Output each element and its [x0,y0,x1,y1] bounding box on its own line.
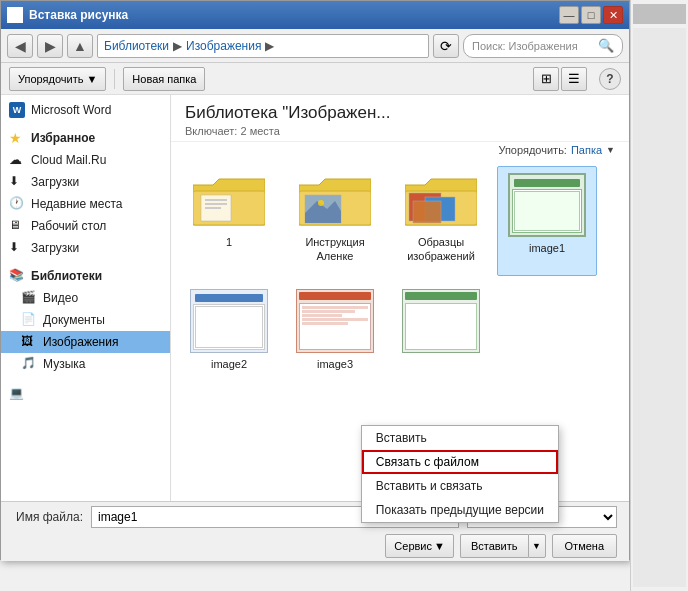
file-item-image1[interactable]: image1 [497,166,597,276]
file-item-folder1[interactable]: 1 [179,166,279,276]
up-button[interactable]: ▲ [67,34,93,58]
search-bar[interactable]: Поиск: Изображения 🔍 [463,34,623,58]
music-icon: 🎵 [21,356,37,372]
insert-split-button[interactable]: Вставить ▼ [460,534,546,558]
library-includes-label: Включает: 2 места [185,125,280,137]
insert-arrow-button[interactable]: ▼ [528,534,546,558]
view-list-button[interactable]: ☰ [561,67,587,91]
service-label: Сервис [394,540,432,552]
minimize-button[interactable]: — [559,6,579,24]
sidebar-downloads2-label: Загрузки [31,241,79,255]
arrange-label: Упорядочить: [498,144,567,156]
sidebar-item-favorites: ★ Избранное [1,127,170,149]
libraries-icon: 📚 [9,268,25,284]
sidebar-recent-label: Недавние места [31,197,122,211]
arrange-bar: Упорядочить: Папка ▼ [171,142,629,158]
images-icon: 🖼 [21,334,37,350]
svg-rect-5 [205,207,221,209]
breadcrumb-bar[interactable]: Библиотеки ▶ Изображения ▶ [97,34,429,58]
library-header: Библиотека "Изображен... Включает: 2 мес… [171,95,629,142]
forward-button[interactable]: ▶ [37,34,63,58]
dropdown-item-link[interactable]: Связать с файлом [362,450,558,474]
view-icon-button[interactable]: ⊞ [533,67,559,91]
file-name-folder2: Инструкция Аленке [290,235,380,264]
toolbar: Упорядочить ▼ Новая папка ⊞ ☰ ? [1,63,629,95]
sidebar-docs-label: Документы [43,313,105,327]
svg-rect-4 [205,203,227,205]
cancel-button[interactable]: Отмена [552,534,617,558]
sidebar-favorites-label: Избранное [31,131,95,145]
file-item-image2[interactable]: image2 [179,282,279,392]
video-icon: 🎬 [21,290,37,306]
sidebar-item-desktop[interactable]: 🖥 Рабочий стол [1,215,170,237]
service-button[interactable]: Сервис ▼ [385,534,454,558]
download-icon-1: ⬇ [9,174,25,190]
sidebar-item-extra[interactable]: 💻 [1,383,170,405]
sidebar-item-video[interactable]: 🎬 Видео [1,287,170,309]
sidebar-video-label: Видео [43,291,78,305]
breadcrumb-images[interactable]: Изображения [186,39,261,53]
sidebar-music-label: Музыка [43,357,85,371]
dropdown-item-insert-link[interactable]: Вставить и связать [362,474,558,498]
sidebar-item-recent[interactable]: 🕐 Недавние места [1,193,170,215]
sidebar-item-downloads1[interactable]: ⬇ Загрузки [1,171,170,193]
toolbar-separator [114,69,115,89]
new-folder-button[interactable]: Новая папка [123,67,205,91]
sidebar-item-cloud[interactable]: ☁ Cloud Mail.Ru [1,149,170,171]
file-name-folder3: Образцы изображений [396,235,486,264]
sidebar-gap-3 [1,375,170,383]
svg-point-10 [318,200,324,206]
word-icon: W [9,102,25,118]
breadcrumb-arrow-2: ▶ [265,39,274,53]
help-button[interactable]: ? [599,68,621,90]
insert-dropdown-menu: Вставить Связать с файлом Вставить и свя… [361,425,559,523]
file-name-image1: image1 [529,241,565,255]
sidebar-item-downloads2[interactable]: ⬇ Загрузки [1,237,170,259]
breadcrumb-libraries[interactable]: Библиотеки [104,39,169,53]
files-grid: 1 Инструкция Аленке [171,158,629,400]
folder-icon-1 [193,173,265,231]
sidebar-item-word[interactable]: W Microsoft Word [1,99,170,121]
search-placeholder: Поиск: Изображения [472,40,578,52]
image4-thumbnail [402,289,480,353]
star-icon: ★ [9,130,25,146]
file-name-image2: image2 [211,357,247,371]
back-button[interactable]: ◀ [7,34,33,58]
library-sub: Включает: 2 места [185,125,615,137]
sidebar-downloads1-label: Загрузки [31,175,79,189]
file-item-folder2[interactable]: Инструкция Аленке [285,166,385,276]
dropdown-item-prev-versions[interactable]: Показать предыдущие версии [362,498,558,522]
view-buttons: ⊞ ☰ ? [533,67,621,91]
folder-icon-3 [405,173,477,231]
sidebar: W Microsoft Word ★ Избранное ☁ Cloud Mai… [1,95,171,501]
sidebar-item-docs[interactable]: 📄 Документы [1,309,170,331]
action-row: Сервис ▼ Вставить ▼ Отмена [13,534,617,558]
sidebar-cloud-label: Cloud Mail.Ru [31,153,106,167]
file-item-image4[interactable] [391,282,491,392]
navigation-bar: ◀ ▶ ▲ Библиотеки ▶ Изображения ▶ ⟳ Поиск… [1,29,629,63]
dropdown-item-insert[interactable]: Вставить [362,426,558,450]
arrange-value[interactable]: Папка [571,144,602,156]
search-icon: 🔍 [598,38,614,53]
title-bar: 🖼 Вставка рисунка — □ ✕ [1,1,629,29]
library-title: Библиотека "Изображен... [185,103,615,123]
close-button[interactable]: ✕ [603,6,623,24]
title-bar-left: 🖼 Вставка рисунка [7,7,128,23]
recent-icon: 🕐 [9,196,25,212]
insert-main-button[interactable]: Вставить [460,534,528,558]
file-item-image3[interactable]: image3 [285,282,385,392]
organize-button[interactable]: Упорядочить ▼ [9,67,106,91]
svg-rect-3 [205,199,227,201]
word-document-sidebar [630,0,688,591]
image2-thumbnail [190,289,268,353]
file-name-image3: image3 [317,357,353,371]
filename-label: Имя файла: [13,510,83,524]
service-arrow-icon: ▼ [434,540,445,552]
extra-icon: 💻 [9,386,25,402]
sidebar-images-label: Изображения [43,335,118,349]
sidebar-item-images[interactable]: 🖼 Изображения [1,331,170,353]
refresh-button[interactable]: ⟳ [433,34,459,58]
file-item-folder3[interactable]: Образцы изображений [391,166,491,276]
sidebar-item-music[interactable]: 🎵 Музыка [1,353,170,375]
maximize-button[interactable]: □ [581,6,601,24]
